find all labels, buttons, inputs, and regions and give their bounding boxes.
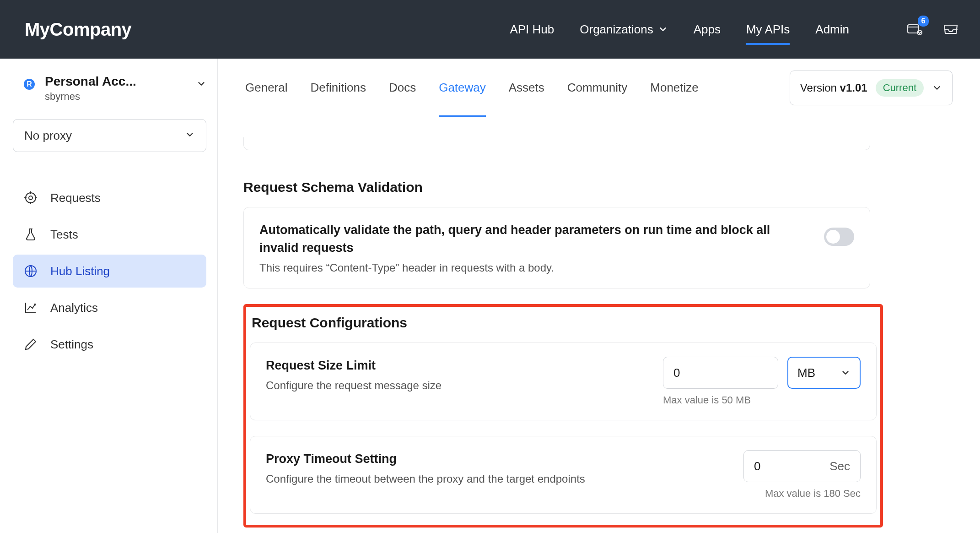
chart-icon — [24, 301, 38, 315]
brand-logo[interactable]: MyCompany — [25, 19, 131, 40]
pencil-icon — [24, 337, 38, 351]
sidebar-item-label: Hub Listing — [50, 264, 110, 278]
card-title: Request Size Limit — [266, 357, 649, 375]
nav-api-hub-label: API Hub — [510, 0, 554, 59]
flask-icon — [24, 228, 38, 241]
sidebar-item-settings[interactable]: Settings — [13, 328, 206, 361]
proxy-timeout-input[interactable]: 0 Sec — [743, 450, 861, 482]
tab-label: Docs — [389, 81, 416, 95]
tab-label: Community — [567, 81, 627, 95]
avatar: R — [24, 79, 35, 90]
sidebar-item-label: Settings — [50, 337, 93, 352]
chevron-down-icon — [185, 129, 195, 143]
nav-apps-label: Apps — [694, 0, 721, 59]
header-icon-group: 6 — [906, 20, 960, 38]
target-icon — [24, 191, 38, 205]
nav-admin-label: Admin — [815, 0, 849, 59]
main: General Definitions Docs Gateway Assets … — [218, 59, 980, 533]
tab-bar: General Definitions Docs Gateway Assets … — [218, 59, 980, 117]
tab-label: Monetize — [650, 81, 699, 95]
section-title-request-config: Request Configurations — [252, 315, 877, 331]
card-subtitle: Configure the timeout between the proxy … — [266, 473, 730, 485]
sidebar-item-hub-listing[interactable]: Hub Listing — [13, 255, 206, 288]
sidebar-item-requests[interactable]: Requests — [13, 181, 206, 214]
proxy-select[interactable]: No proxy — [13, 119, 206, 152]
request-size-input[interactable]: 0 — [663, 357, 778, 389]
tab-definitions[interactable]: Definitions — [311, 59, 366, 117]
nav-admin[interactable]: Admin — [815, 0, 849, 59]
nav-organizations[interactable]: Organizations — [580, 0, 668, 59]
nav-organizations-label: Organizations — [580, 0, 653, 59]
size-limit-controls: 0 MB Max value is 50 MB — [663, 357, 861, 406]
account-text: Personal Acc... sbyrnes — [45, 74, 186, 103]
request-size-unit-select[interactable]: MB — [787, 357, 861, 389]
version-label: Version v1.01 — [800, 82, 867, 94]
tab-label: Assets — [509, 81, 544, 95]
version-current-badge: Current — [876, 79, 924, 97]
nav-my-apis[interactable]: My APIs — [746, 0, 790, 59]
sidebar-item-label: Tests — [50, 228, 78, 242]
tab-label: Definitions — [311, 81, 366, 95]
account-switcher[interactable]: R Personal Acc... sbyrnes — [13, 74, 206, 103]
svg-point-2 — [26, 193, 36, 203]
nav-my-apis-label: My APIs — [746, 0, 790, 59]
card-text: Request Size Limit Configure the request… — [266, 357, 649, 392]
input-value: 0 — [673, 366, 680, 380]
content-area: Request Schema Validation Automatically … — [218, 117, 980, 533]
header-nav: API Hub Organizations Apps My APIs Admin… — [131, 0, 960, 59]
chevron-down-icon — [932, 83, 942, 93]
tab-gateway[interactable]: Gateway — [439, 59, 486, 117]
card-subtitle: Configure the request message size — [266, 379, 649, 392]
inbox-icon[interactable] — [942, 20, 960, 38]
notification-badge: 6 — [918, 16, 929, 27]
size-limit-hint: Max value is 50 MB — [663, 394, 861, 406]
input-unit-suffix: Sec — [829, 459, 850, 473]
schema-validation-toggle[interactable] — [824, 228, 854, 246]
unit-select-label: MB — [797, 366, 815, 380]
sidebar-item-analytics[interactable]: Analytics — [13, 291, 206, 324]
request-configurations-highlight: Request Configurations Request Size Limi… — [243, 304, 883, 528]
sidebar-nav: Requests Tests Hub Listing Analytics Set… — [13, 181, 206, 361]
card-text: Proxy Timeout Setting Configure the time… — [266, 450, 730, 485]
section-title-schema-validation: Request Schema Validation — [243, 179, 953, 195]
chevron-down-icon — [658, 24, 668, 34]
sidebar-item-label: Analytics — [50, 301, 98, 315]
collapsed-card-edge — [243, 137, 870, 150]
timeout-controls: 0 Sec Max value is 180 Sec — [743, 450, 861, 500]
input-value: 0 — [754, 459, 760, 473]
card-subtitle: This requires “Content-Type” header in r… — [259, 261, 810, 274]
timeout-hint: Max value is 180 Sec — [743, 488, 861, 500]
request-size-limit-card: Request Size Limit Configure the request… — [250, 343, 877, 420]
account-title: Personal Acc... — [45, 74, 159, 89]
chevron-down-icon — [196, 79, 206, 91]
globe-icon — [24, 264, 38, 278]
proxy-select-label: No proxy — [24, 129, 72, 143]
card-title: Proxy Timeout Setting — [266, 450, 730, 468]
tab-monetize[interactable]: Monetize — [650, 59, 699, 117]
tab-label: Gateway — [439, 81, 486, 95]
nav-apps[interactable]: Apps — [694, 0, 721, 59]
card-text: Automatically validate the path, query a… — [259, 221, 810, 274]
sidebar-item-label: Requests — [50, 191, 101, 205]
card-title: Automatically validate the path, query a… — [259, 221, 810, 257]
tab-community[interactable]: Community — [567, 59, 627, 117]
sidebar: R Personal Acc... sbyrnes No proxy Reque… — [0, 59, 218, 533]
tab-general[interactable]: General — [245, 59, 288, 117]
chevron-down-icon — [840, 368, 851, 378]
tab-docs[interactable]: Docs — [389, 59, 416, 117]
tab-assets[interactable]: Assets — [509, 59, 544, 117]
svg-point-3 — [29, 196, 32, 200]
proxy-timeout-card: Proxy Timeout Setting Configure the time… — [250, 436, 877, 514]
global-header: MyCompany API Hub Organizations Apps My … — [0, 0, 980, 59]
tab-label: General — [245, 81, 288, 95]
version-selector[interactable]: Version v1.01 Current — [790, 71, 953, 105]
account-username: sbyrnes — [45, 91, 186, 103]
sidebar-item-tests[interactable]: Tests — [13, 218, 206, 251]
nav-api-hub[interactable]: API Hub — [510, 0, 554, 59]
schema-validation-card: Automatically validate the path, query a… — [243, 207, 870, 288]
notifications-icon[interactable]: 6 — [906, 20, 924, 38]
